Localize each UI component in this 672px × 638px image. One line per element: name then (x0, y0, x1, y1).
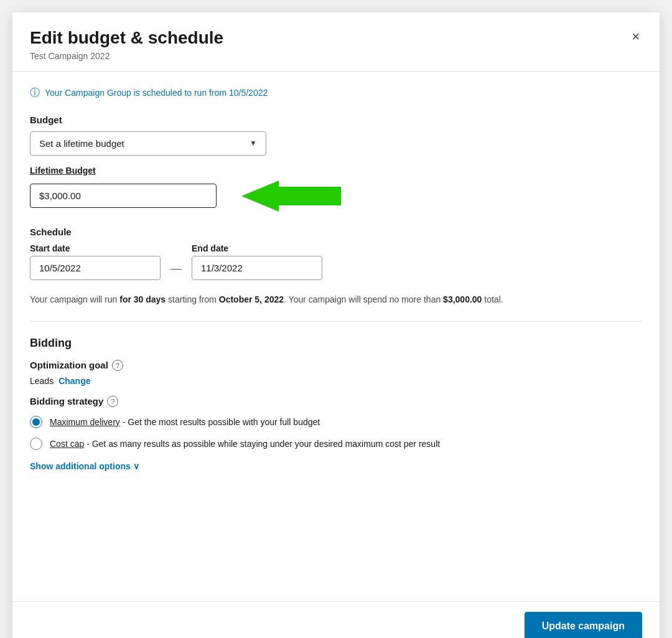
maximum-delivery-name: Maximum delivery (50, 417, 120, 427)
maximum-delivery-radio[interactable] (30, 416, 42, 428)
modal-body: ⓘ Your Campaign Group is scheduled to ru… (12, 72, 660, 601)
bidding-title: Bidding (30, 337, 642, 350)
bidding-strategy-help-icon[interactable]: ? (107, 396, 118, 407)
start-date-label: Start date (30, 243, 161, 253)
cost-cap-text: Cost cap - Get as many results as possib… (50, 438, 440, 451)
budget-dropdown-value: Set a lifetime budget (39, 138, 124, 149)
info-icon: ⓘ (30, 87, 40, 100)
dropdown-arrow-icon: ▼ (250, 139, 257, 148)
cost-cap-name: Cost cap (50, 439, 84, 449)
budget-section: Budget Set a lifetime budget ▼ Lifetime … (30, 115, 642, 212)
info-banner-text: Your Campaign Group is scheduled to run … (45, 88, 268, 98)
lifetime-budget-section: Lifetime Budget (30, 166, 642, 212)
section-divider (30, 321, 642, 322)
maximum-delivery-text: Maximum delivery - Get the most results … (50, 416, 320, 429)
cost-cap-desc: - Get as many results as possible while … (86, 439, 440, 449)
schedule-section: Schedule Start date — End date Your camp… (30, 227, 642, 306)
cost-cap-radio[interactable] (30, 438, 42, 450)
schedule-row: Start date — End date (30, 243, 642, 280)
optimization-goal-help-icon[interactable]: ? (112, 360, 123, 371)
end-date-label: End date (192, 243, 322, 253)
close-button[interactable]: × (629, 27, 642, 46)
budget-dropdown[interactable]: Set a lifetime budget ▼ (30, 131, 266, 156)
lifetime-budget-label: Lifetime Budget (30, 166, 642, 176)
leads-text: Leads (30, 376, 54, 386)
optimization-goal-label: Optimization goal (30, 360, 108, 370)
budget-input-row (30, 181, 642, 212)
campaign-summary: Your campaign will run for 30 days start… (30, 293, 642, 306)
show-additional-options-label: Show additional options (30, 461, 131, 471)
budget-label: Budget (30, 115, 642, 125)
modal-footer: Update campaign (12, 601, 660, 638)
update-campaign-button[interactable]: Update campaign (525, 612, 642, 638)
show-options-chevron-icon: ∨ (133, 461, 139, 471)
bidding-strategy-row: Bidding strategy ? (30, 396, 642, 407)
maximum-delivery-option[interactable]: Maximum delivery - Get the most results … (30, 416, 642, 429)
show-additional-options-link[interactable]: Show additional options ∨ (30, 461, 139, 471)
end-date-input[interactable] (192, 256, 322, 280)
arrow-annotation (241, 181, 341, 212)
schedule-label: Schedule (30, 227, 642, 237)
modal-subtitle: Test Campaign 2022 (30, 51, 642, 61)
lifetime-budget-input[interactable] (30, 184, 217, 208)
maximum-delivery-desc: - Get the most results possible with you… (123, 417, 320, 427)
modal-header: Edit budget & schedule Test Campaign 202… (12, 12, 660, 72)
green-arrow-icon (241, 181, 341, 212)
modal-title: Edit budget & schedule (30, 27, 642, 49)
date-separator: — (170, 262, 182, 275)
leads-row: Leads Change (30, 376, 642, 386)
optimization-goal-row: Optimization goal ? (30, 360, 642, 371)
show-options-row: Show additional options ∨ (30, 461, 642, 472)
end-date-group: End date (192, 243, 322, 280)
cost-cap-option[interactable]: Cost cap - Get as many results as possib… (30, 438, 642, 451)
bidding-section: Bidding Optimization goal ? Leads Change… (30, 337, 642, 472)
change-link[interactable]: Change (58, 376, 90, 386)
svg-marker-0 (241, 181, 341, 212)
start-date-input[interactable] (30, 256, 161, 280)
info-banner: ⓘ Your Campaign Group is scheduled to ru… (30, 87, 642, 100)
edit-budget-modal: Edit budget & schedule Test Campaign 202… (12, 12, 660, 638)
bidding-strategy-label: Bidding strategy (30, 396, 103, 406)
start-date-group: Start date (30, 243, 161, 280)
